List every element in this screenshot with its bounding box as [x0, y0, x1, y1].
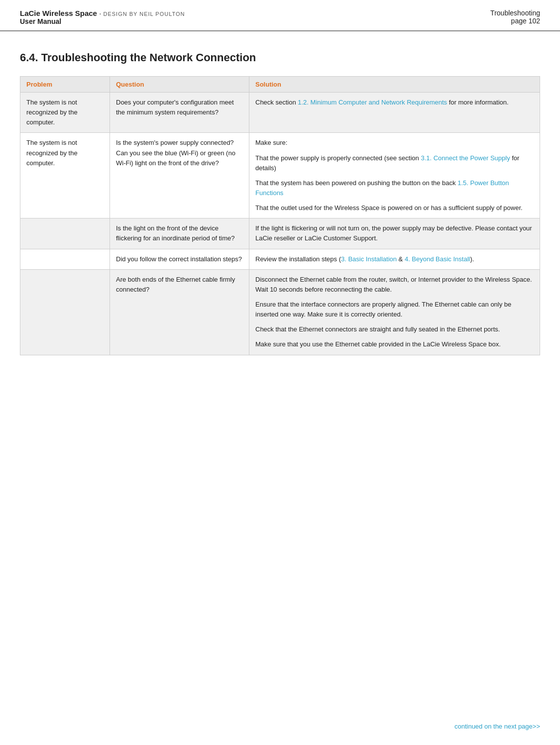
problem-cell [20, 249, 110, 269]
solution-para: That the outlet used for the Wireless Sp… [255, 203, 534, 213]
solution-para: If the light is flickering or will not t… [255, 223, 534, 243]
table-row: Are both ends of the Ethernet cable firm… [20, 269, 540, 355]
link-min-requirements[interactable]: 1.2. Minimum Computer and Network Requir… [298, 99, 447, 106]
col-header-problem: Problem [20, 77, 110, 93]
solution-cell: If the light is flickering or will not t… [249, 218, 540, 249]
solution-text: Check section [255, 99, 298, 106]
table-row: The system is not recognized by the comp… [20, 133, 540, 218]
footer-text: continued on the next page>> [454, 723, 540, 730]
problem-cell: The system is not recognized by the comp… [20, 133, 110, 218]
question-cell: Is the light on the front of the device … [110, 218, 249, 249]
design-credit: DESIGN BY NEIL POULTON [103, 11, 185, 17]
solution-para: That the system has been powered on push… [255, 178, 534, 198]
header-right: Troubleshooting page 102 [490, 9, 540, 25]
col-header-question: Question [110, 77, 249, 93]
link-power-button[interactable]: 1.5. Power Button Functions [255, 179, 509, 197]
solution-para: Make sure: [255, 138, 534, 148]
problem-cell [20, 269, 110, 355]
problem-cell: The system is not recognized by the comp… [20, 93, 110, 133]
brand-name: LaCie Wireless Space [20, 9, 97, 17]
solution-para: Review the installation steps (3. Basic … [255, 254, 534, 264]
page-header: LaCie Wireless Space · DESIGN BY NEIL PO… [0, 0, 560, 31]
question-cell: Did you follow the correct installation … [110, 249, 249, 269]
table-row: Did you follow the correct installation … [20, 249, 540, 269]
header-section: Troubleshooting [490, 9, 540, 17]
question-cell: Is the system's power supply connected? … [110, 133, 249, 218]
page-footer: continued on the next page>> [454, 723, 540, 730]
manual-label: User Manual [20, 17, 185, 25]
table-row: The system is not recognized by the comp… [20, 93, 540, 133]
link-power-supply[interactable]: 3.1. Connect the Power Supply [421, 154, 510, 162]
link-beyond-basic[interactable]: 4. Beyond Basic Install [405, 255, 470, 263]
link-basic-installation[interactable]: 3. Basic Installation [341, 255, 397, 263]
table-row: Is the light on the front of the device … [20, 218, 540, 249]
solution-para: Ensure that the interface connectors are… [255, 300, 534, 319]
brand-title: LaCie Wireless Space · DESIGN BY NEIL PO… [20, 9, 185, 17]
question-cell: Are both ends of the Ethernet cable firm… [110, 269, 249, 355]
problem-cell [20, 218, 110, 249]
solution-para: Make sure that you use the Ethernet cabl… [255, 339, 534, 349]
solution-cell: Disconnect the Ethernet cable from the r… [249, 269, 540, 355]
solution-cell: Make sure: That the power supply is prop… [249, 133, 540, 218]
col-header-solution: Solution [249, 77, 540, 93]
question-cell: Does your computer's configuration meet … [110, 93, 249, 133]
solution-cell: Check section 1.2. Minimum Computer and … [249, 93, 540, 133]
page-number: page 102 [490, 17, 540, 25]
table-header-row: Problem Question Solution [20, 77, 540, 93]
solution-para: Disconnect the Ethernet cable from the r… [255, 275, 534, 295]
troubleshoot-table: Problem Question Solution The system is … [20, 76, 540, 355]
solution-para: That the power supply is properly connec… [255, 153, 534, 173]
header-left: LaCie Wireless Space · DESIGN BY NEIL PO… [20, 9, 185, 25]
main-content: 6.4. Troubleshooting the Network Connect… [0, 31, 560, 375]
section-heading: 6.4. Troubleshooting the Network Connect… [20, 51, 540, 64]
solution-cell: Review the installation steps (3. Basic … [249, 249, 540, 269]
solution-para: Check that the Ethernet connectors are s… [255, 324, 534, 334]
